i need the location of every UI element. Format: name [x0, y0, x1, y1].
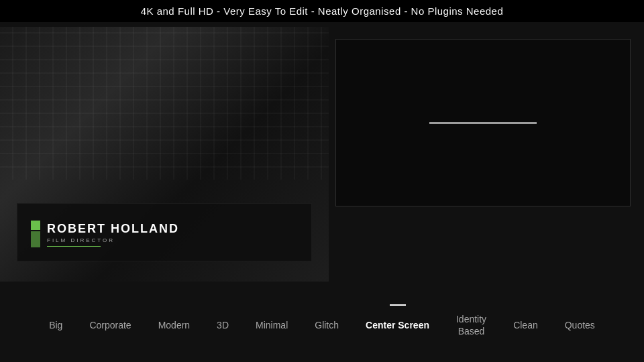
nav-item-clean[interactable]: Clean	[500, 319, 551, 331]
preview-right-inner	[336, 40, 630, 206]
nav-label-glitch: Glitch	[315, 320, 339, 330]
nav-label-center-screen: Center Screen	[366, 320, 429, 330]
logo-text-area: ROBERT HOLLAND FILM DIRECTOR	[47, 222, 179, 247]
logo-area: ROBERT HOLLAND FILM DIRECTOR	[31, 221, 298, 247]
nav-label-quotes: Quotes	[565, 320, 595, 330]
nav-item-3d[interactable]: 3D	[203, 319, 242, 331]
logo-subtitle: FILM DIRECTOR	[47, 237, 179, 243]
left-card: ROBERT HOLLAND FILM DIRECTOR	[17, 203, 312, 261]
logo-underline	[47, 246, 101, 247]
preview-right-panel	[335, 39, 631, 206]
nav-label-minimal: Minimal	[256, 320, 288, 330]
keyboard-texture	[0, 27, 329, 180]
top-banner: 4K and Full HD - Very Easy To Edit - Nea…	[0, 0, 644, 22]
nav-item-corporate[interactable]: Corporate	[76, 319, 144, 331]
banner-text: 4K and Full HD - Very Easy To Edit - Nea…	[141, 5, 504, 17]
preview-area: ROBERT HOLLAND FILM DIRECTOR	[0, 27, 644, 282]
nav-item-quotes[interactable]: Quotes	[551, 319, 608, 331]
nav-item-identity-based[interactable]: IdentityBased	[443, 313, 500, 337]
preview-left-panel: ROBERT HOLLAND FILM DIRECTOR	[0, 27, 329, 282]
nav-item-glitch[interactable]: Glitch	[301, 319, 352, 331]
nav-item-center-screen[interactable]: Center Screen	[352, 319, 443, 331]
nav-label-modern: Modern	[158, 320, 190, 330]
nav-item-big[interactable]: Big	[36, 319, 76, 331]
left-background: ROBERT HOLLAND FILM DIRECTOR	[0, 27, 329, 282]
nav-label-clean: Clean	[513, 320, 538, 330]
nav-label-3d: 3D	[217, 320, 229, 330]
nav-label-big: Big	[49, 320, 62, 330]
logo-icon	[31, 221, 40, 247]
logo-icon-bottom	[31, 231, 40, 247]
nav-item-modern[interactable]: Modern	[145, 319, 203, 331]
logo-name: ROBERT HOLLAND	[47, 222, 179, 236]
nav-label-identity-based: IdentityBased	[456, 314, 486, 337]
logo-icon-top	[31, 221, 40, 230]
nav-item-minimal[interactable]: Minimal	[242, 319, 301, 331]
nav-label-corporate: Corporate	[89, 320, 131, 330]
bottom-nav: Big Corporate Modern 3D Minimal Glitch C…	[0, 288, 644, 362]
preview-right-line	[429, 122, 537, 124]
